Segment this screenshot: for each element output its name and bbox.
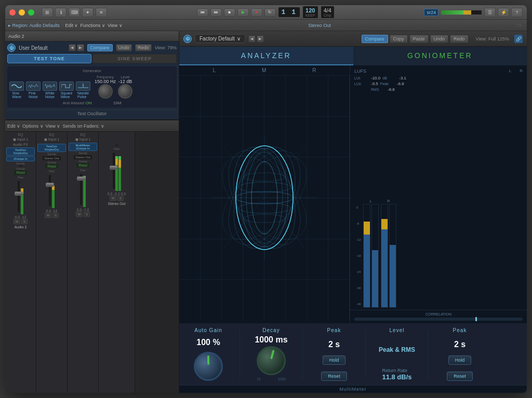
freq-value: 150.00 Hz	[95, 79, 116, 84]
oscillator-power-button[interactable]: ⏻	[7, 44, 16, 52]
lufs-l-header: L	[509, 68, 511, 74]
redo-button[interactable]: Redo	[135, 44, 152, 51]
channel-name-1: Audio 2	[15, 224, 27, 230]
record-button[interactable]: ●	[251, 8, 262, 17]
plugin-undo-button[interactable]: Undo	[430, 35, 449, 43]
close-button[interactable]	[9, 9, 16, 16]
mute-button-stereo[interactable]: M	[110, 196, 116, 201]
stop-button[interactable]: ■	[224, 8, 235, 17]
plugin-power-button[interactable]: ⏻	[183, 35, 192, 43]
goniometer-tab[interactable]: GONIOMETER	[353, 47, 527, 65]
fader-thumb-2[interactable]	[46, 183, 54, 187]
output-label-1	[19, 166, 22, 167]
fader-track-2[interactable]	[49, 175, 51, 206]
needle-pulse-button[interactable]: NeedlePulse	[76, 81, 90, 99]
rewind-button[interactable]: ⏮	[197, 8, 208, 17]
edit-menu[interactable]: Edit ∨	[65, 23, 78, 28]
meter-green-3	[83, 179, 86, 207]
toolbar-btn-1[interactable]: ⊞	[42, 8, 53, 17]
plugin-prev-button[interactable]: ◀	[248, 35, 256, 43]
automation-read-3[interactable]: Read	[76, 163, 89, 168]
plugin-slot-2[interactable]: iZotope In	[6, 156, 35, 161]
fader-thumb-1[interactable]	[15, 191, 23, 196]
fader-thumb-3[interactable]	[77, 176, 85, 181]
plugin-slot-1[interactable]: TestDocSmpkoDry	[6, 147, 35, 156]
prev-preset-button[interactable]: ◀	[69, 44, 76, 51]
return-rate-label: Return Rate	[382, 368, 411, 373]
square-wave-button[interactable]: SquareWave	[59, 81, 74, 99]
auto-gain-knob[interactable]	[194, 352, 223, 381]
analyzer-labels: L M R	[179, 65, 350, 75]
plugin-copy-button[interactable]: Copy	[390, 35, 408, 43]
ms-buttons-stereo: M S	[110, 196, 124, 201]
plugin-paste-button[interactable]: Paste	[409, 35, 429, 43]
view-value: View: 79%	[155, 45, 177, 50]
toolbar-btn-3[interactable]: ⌨	[69, 8, 80, 17]
cpu-button[interactable]: ⚡	[498, 8, 509, 17]
sine-wave-button[interactable]: SineWave	[9, 81, 24, 99]
toolbar-btn-4[interactable]: ✦	[82, 8, 94, 17]
square-wave-label: SquareWave	[61, 91, 73, 99]
level-knob[interactable]	[118, 84, 132, 99]
pink-noise-button[interactable]: PinkNoise	[26, 81, 41, 99]
l-bar-pair	[363, 204, 379, 308]
fader-track-stereo[interactable]	[113, 153, 115, 189]
plugin-slot-4[interactable]: MultiMeteriZotope In	[69, 143, 97, 151]
plugin-redo-button[interactable]: Redo	[450, 35, 469, 43]
hold-left-button[interactable]: Hold	[323, 355, 346, 365]
mute-button-3[interactable]: M	[76, 212, 83, 217]
pan-label-2: Pan	[49, 170, 55, 173]
fader-thumb-stereo[interactable]	[110, 166, 118, 170]
plugin-slot-3[interactable]: TestDocSmpkoDry	[37, 144, 66, 152]
view-menu[interactable]: View ∨	[108, 23, 123, 28]
analyzer-tab[interactable]: ANALYZER	[179, 47, 353, 65]
solo-button-stereo[interactable]: S	[117, 196, 124, 201]
options-dropdown[interactable]: Options ∨	[22, 123, 44, 129]
meter-l	[115, 155, 118, 191]
hold-right-button[interactable]: Hold	[448, 355, 472, 365]
mute-button-2[interactable]: M	[45, 213, 51, 218]
frequency-knob[interactable]	[98, 84, 113, 99]
play-button[interactable]: ▶	[237, 8, 249, 17]
sends-label-3: Sends	[78, 152, 87, 155]
minimize-button[interactable]	[19, 9, 25, 16]
db-display-2: 0.0 -12	[46, 209, 58, 213]
mixer-section: Edit ∨ Options ∨ View ∨ Sends on Faders:…	[5, 120, 179, 393]
plugin-compare-button[interactable]: Compare	[362, 35, 388, 43]
settings-button[interactable]: ☰	[484, 8, 496, 17]
mute-button-1[interactable]: M	[14, 219, 20, 224]
view-dropdown[interactable]: View ∨	[46, 123, 61, 129]
plugin-preset-display[interactable]: Factory Default ∨	[195, 34, 245, 43]
decay-knob[interactable]	[257, 346, 286, 375]
toolbar-btn-2[interactable]: ℹ	[55, 8, 66, 17]
functions-menu[interactable]: Functions ∨	[80, 23, 105, 28]
test-tone-tab[interactable]: TEST TONE	[7, 54, 91, 63]
solo-button-2[interactable]: S	[52, 213, 59, 218]
link-button[interactable]: 🔗	[514, 35, 523, 43]
sine-sweep-tab[interactable]: SINE SWEEP	[92, 54, 177, 63]
solo-button-3[interactable]: S	[84, 212, 90, 217]
fader-meter-3	[80, 174, 86, 207]
fader-track-3[interactable]	[80, 174, 82, 205]
toolbar-btn-5[interactable]: ✕	[96, 8, 107, 17]
help-button[interactable]: ?	[511, 8, 523, 17]
sends-faders-btn[interactable]: Sends on Faders: ∨	[62, 123, 104, 129]
sine-label: SineWave	[12, 91, 21, 99]
plugin-next-button[interactable]: ▶	[257, 35, 264, 43]
fader-track-1[interactable]	[18, 181, 20, 212]
next-preset-button[interactable]: ▶	[77, 44, 84, 51]
loop-button[interactable]: ↻	[264, 8, 276, 17]
edit-dropdown[interactable]: Edit ∨	[7, 123, 20, 129]
lufs-row1-r: -3.1	[399, 76, 406, 80]
solo-button-1[interactable]: S	[21, 219, 28, 224]
reset-left-button[interactable]: Reset	[321, 372, 347, 381]
white-noise-button[interactable]: WhiteNoise	[43, 81, 57, 99]
fullscreen-button[interactable]	[28, 9, 34, 16]
automation-read-2[interactable]: Read	[45, 164, 58, 169]
compare-button[interactable]: Compare	[87, 44, 113, 51]
fast-forward-button[interactable]: ⏭	[210, 8, 222, 17]
reset-right-button[interactable]: Reset	[447, 372, 473, 381]
title-bar: ⊞ ℹ ⌨ ✦ ✕ ⏮ ⏭ ■ ▶ ● ↻ 1 1 120 KEEP 4/4 C…	[5, 5, 527, 20]
undo-button[interactable]: Undo	[116, 44, 132, 51]
automation-read-1[interactable]: Read	[14, 170, 27, 175]
